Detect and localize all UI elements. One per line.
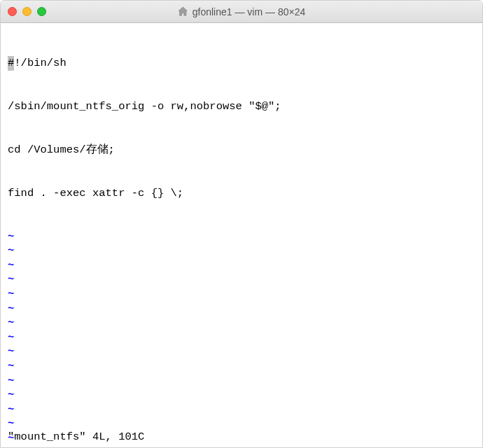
empty-line: ~ xyxy=(8,374,475,388)
empty-line: ~ xyxy=(8,258,475,273)
window-controls xyxy=(8,7,46,16)
editor-viewport[interactable]: #!/bin/sh /sbin/mount_ntfs_orig -o rw,no… xyxy=(1,23,482,447)
empty-line: ~ xyxy=(8,230,475,244)
tilde-marker: ~ xyxy=(8,316,14,329)
tilde-marker: ~ xyxy=(8,374,14,387)
empty-line: ~ xyxy=(8,388,475,402)
empty-line: ~ xyxy=(8,330,475,345)
status-line: "mount_ntfs" 4L, 101C xyxy=(8,430,144,444)
tilde-marker: ~ xyxy=(8,273,14,286)
empty-line: ~ xyxy=(8,446,475,447)
empty-line: ~ xyxy=(8,359,475,374)
empty-line: ~ xyxy=(8,416,475,431)
window-title-text: gfonline1 — vim — 80×24 xyxy=(192,6,305,18)
empty-line: ~ xyxy=(8,316,475,330)
cursor-char: # xyxy=(8,56,14,71)
code-line: #!/bin/sh xyxy=(8,56,475,71)
tilde-marker: ~ xyxy=(8,388,14,401)
tilde-marker: ~ xyxy=(8,302,14,315)
tilde-marker: ~ xyxy=(8,403,14,416)
tilde-marker: ~ xyxy=(8,244,14,257)
tilde-marker: ~ xyxy=(8,447,14,447)
home-icon xyxy=(178,6,188,17)
close-button[interactable] xyxy=(8,7,17,16)
empty-line: ~ xyxy=(8,402,475,417)
titlebar: gfonline1 — vim — 80×24 xyxy=(1,1,482,23)
zoom-button[interactable] xyxy=(37,7,46,16)
tilde-marker: ~ xyxy=(8,360,14,372)
empty-line: ~ xyxy=(8,302,475,316)
tilde-marker: ~ xyxy=(8,345,14,358)
empty-line: ~ xyxy=(8,244,475,258)
code-line: cd /Volumes/存储; xyxy=(8,143,475,158)
window-title: gfonline1 — vim — 80×24 xyxy=(178,6,305,18)
empty-line: ~ xyxy=(8,344,475,359)
tilde-marker: ~ xyxy=(8,331,14,344)
tilde-marker: ~ xyxy=(8,417,14,430)
terminal-window: gfonline1 — vim — 80×24 #!/bin/sh /sbin/… xyxy=(0,0,483,448)
minimize-button[interactable] xyxy=(22,7,31,16)
code-line: /sbin/mount_ntfs_orig -o rw,nobrowse "$@… xyxy=(8,99,475,114)
tilde-marker: ~ xyxy=(8,259,14,272)
tilde-marker: ~ xyxy=(8,288,14,300)
tilde-marker: ~ xyxy=(8,230,14,243)
empty-line: ~ xyxy=(8,287,475,302)
code-line: find . -exec xattr -c {} \; xyxy=(8,186,475,201)
code-text: !/bin/sh xyxy=(14,57,66,69)
empty-line: ~ xyxy=(8,272,475,287)
